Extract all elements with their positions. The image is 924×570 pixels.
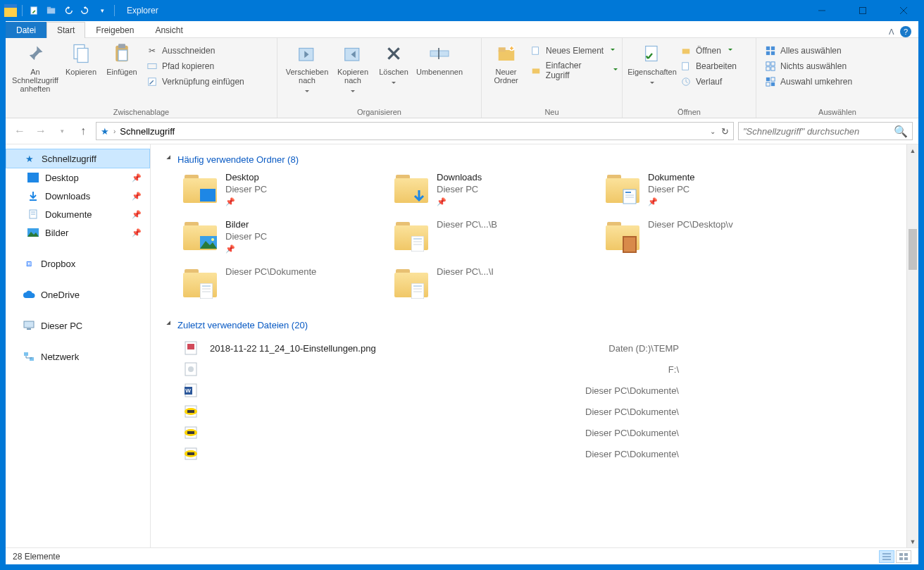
scroll-down-icon[interactable]: ▼ bbox=[907, 535, 918, 547]
back-button[interactable]: ← bbox=[11, 123, 28, 140]
move-to-button[interactable]: Verschieben nach bbox=[282, 41, 332, 96]
tab-share[interactable]: Freigeben bbox=[85, 22, 144, 38]
history-button[interactable]: Verlauf bbox=[680, 76, 737, 87]
invert-selection-button[interactable]: Auswahl umkehren bbox=[765, 76, 852, 87]
svg-rect-73 bbox=[187, 344, 194, 349]
group-label-open: Öffnen bbox=[623, 108, 756, 118]
up-button[interactable]: ↑ bbox=[75, 123, 92, 140]
new-item-button[interactable]: Neues Element bbox=[530, 45, 618, 56]
file-row[interactable]: F:\ bbox=[183, 359, 918, 380]
folder-item[interactable]: DokumenteDieser PC📌 bbox=[606, 172, 817, 206]
file-row[interactable]: Dieser PC\Dokumente\ bbox=[183, 401, 918, 422]
help-icon[interactable]: ? bbox=[900, 26, 911, 37]
section-frequent-folders[interactable]: Häufig verwendete Ordner (8) bbox=[162, 150, 918, 172]
folder-item[interactable]: Dieser PC\Dokumente bbox=[183, 266, 394, 297]
properties-button[interactable]: Eigenschaften bbox=[627, 41, 678, 87]
scroll-up-icon[interactable]: ▲ bbox=[907, 144, 918, 156]
edit-button[interactable]: Bearbeiten bbox=[680, 61, 737, 72]
window-title: Explorer bbox=[127, 6, 158, 16]
svg-rect-30 bbox=[771, 47, 775, 50]
sidebar-onedrive[interactable]: OneDrive bbox=[6, 285, 150, 304]
qat-customize-icon[interactable]: ▾ bbox=[95, 4, 109, 18]
sidebar-pictures[interactable]: Bilder 📌 bbox=[6, 223, 150, 242]
select-none-button[interactable]: Nichts auswählen bbox=[765, 61, 852, 72]
qat-new-folder-icon[interactable] bbox=[44, 4, 58, 18]
svg-rect-26 bbox=[682, 49, 690, 54]
sidebar-this-pc[interactable]: Dieser PC bbox=[6, 316, 150, 335]
picture-icon bbox=[27, 226, 39, 239]
file-path: Dieser PC\Dokumente\ bbox=[585, 385, 679, 396]
file-name: 2018-11-22 11_24_10-Einstellungen.png bbox=[210, 343, 376, 354]
open-button[interactable]: Öffnen bbox=[680, 45, 737, 56]
folder-item[interactable]: Dieser PC\Desktop\v bbox=[606, 219, 817, 254]
svg-rect-39 bbox=[766, 82, 770, 86]
folder-item[interactable]: BilderDieser PC📌 bbox=[183, 219, 394, 254]
svg-rect-63 bbox=[624, 237, 635, 252]
search-box[interactable]: 🔍 bbox=[738, 122, 913, 140]
tab-file[interactable]: Datei bbox=[6, 22, 46, 38]
sidebar-documents[interactable]: Dokumente 📌 bbox=[6, 205, 150, 223]
copy-button[interactable]: Kopieren bbox=[61, 41, 101, 76]
easy-access-button[interactable]: Einfacher Zugriff bbox=[530, 61, 618, 80]
rename-button[interactable]: Umbenennen bbox=[414, 41, 465, 76]
tab-start[interactable]: Start bbox=[46, 22, 85, 38]
copy-path-button[interactable]: Pfad kopieren bbox=[146, 61, 244, 72]
collapse-ribbon-icon[interactable]: ᐱ bbox=[889, 27, 894, 37]
search-input[interactable] bbox=[743, 126, 894, 137]
sidebar-quick-access[interactable]: ★ Schnellzugriff bbox=[6, 149, 150, 168]
svg-rect-40 bbox=[771, 82, 775, 86]
search-icon[interactable]: 🔍 bbox=[894, 125, 908, 138]
qat-redo-icon[interactable] bbox=[78, 4, 92, 18]
svg-rect-35 bbox=[766, 67, 770, 70]
section-recent-files[interactable]: Zuletzt verwendete Dateien (20) bbox=[162, 316, 918, 337]
delete-button[interactable]: Löschen bbox=[373, 41, 414, 87]
scroll-thumb[interactable] bbox=[909, 229, 917, 270]
svg-rect-4 bbox=[860, 8, 866, 14]
file-path: Daten (D:)\TEMP bbox=[608, 343, 679, 354]
sidebar-desktop[interactable]: Desktop 📌 bbox=[6, 168, 150, 187]
pin-icon: 📌 bbox=[225, 197, 267, 206]
pin-to-quick-access-button[interactable]: An Schnellzugriff anheften bbox=[10, 41, 61, 93]
qat-undo-icon[interactable] bbox=[61, 4, 75, 18]
folder-name: Desktop bbox=[225, 172, 267, 182]
svg-rect-68 bbox=[411, 283, 424, 299]
folder-item[interactable]: DownloadsDieser PC📌 bbox=[394, 172, 606, 206]
cut-button[interactable]: ✂Ausschneiden bbox=[146, 45, 244, 56]
refresh-icon[interactable]: ↻ bbox=[721, 126, 729, 137]
folder-item[interactable]: DesktopDieser PC📌 bbox=[183, 172, 394, 206]
copy-to-button[interactable]: Kopieren nach bbox=[332, 41, 373, 96]
folder-location: Dieser PC\Desktop\v bbox=[648, 219, 733, 230]
folder-icon bbox=[183, 219, 217, 250]
paste-shortcut-button[interactable]: Verknüpfung einfügen bbox=[146, 76, 244, 87]
dropbox-icon: ⧈ bbox=[23, 257, 35, 270]
sidebar-dropbox[interactable]: ⧈ Dropbox bbox=[6, 254, 150, 273]
breadcrumb[interactable]: Schnellzugriff bbox=[120, 126, 175, 137]
recent-locations-button[interactable]: ▾ bbox=[54, 123, 70, 140]
vertical-scrollbar[interactable]: ▲ ▼ bbox=[906, 144, 918, 547]
qat-properties-icon[interactable] bbox=[27, 4, 42, 18]
details-view-button[interactable] bbox=[879, 550, 894, 563]
folder-item[interactable]: Dieser PC\...\B bbox=[394, 219, 606, 254]
address-bar[interactable]: ★ › Schnellzugriff ⌄ ↻ bbox=[96, 122, 734, 140]
file-row[interactable]: 2018-11-22 11_24_10-Einstellungen.pngDat… bbox=[183, 337, 918, 359]
sidebar-network[interactable]: Netzwerk bbox=[6, 347, 150, 366]
paste-button[interactable]: Einfügen bbox=[101, 41, 142, 76]
file-row[interactable]: WDieser PC\Dokumente\ bbox=[183, 380, 918, 401]
close-button[interactable] bbox=[883, 0, 924, 21]
select-all-button[interactable]: Alles auswählen bbox=[765, 45, 852, 56]
folder-item[interactable]: Dieser PC\...\I bbox=[394, 266, 606, 297]
large-icons-view-button[interactable] bbox=[896, 550, 911, 563]
minimize-button[interactable] bbox=[801, 0, 842, 21]
file-row[interactable]: Dieser PC\Dokumente\ bbox=[183, 422, 918, 443]
folder-location: Dieser PC bbox=[225, 231, 267, 242]
address-dropdown-icon[interactable]: ⌄ bbox=[710, 128, 716, 135]
maximize-button[interactable] bbox=[842, 0, 883, 21]
folder-icon bbox=[394, 172, 428, 203]
tab-view[interactable]: Ansicht bbox=[144, 22, 193, 38]
new-folder-button[interactable]: Neuer Ordner bbox=[486, 41, 526, 85]
file-row[interactable]: Dieser PC\Dokumente\ bbox=[183, 443, 918, 464]
sidebar-downloads[interactable]: Downloads 📌 bbox=[6, 187, 150, 205]
forward-button[interactable]: → bbox=[32, 123, 49, 140]
group-label-new: Neu bbox=[482, 108, 622, 118]
file-icon bbox=[183, 425, 199, 440]
